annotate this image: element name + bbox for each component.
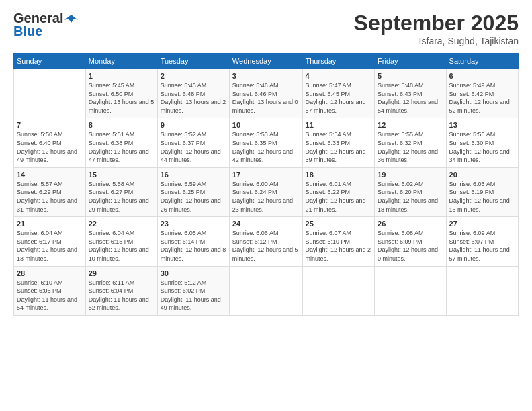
day-info: Sunrise: 6:05 AMSunset: 6:14 PMDaylight:…: [161, 229, 226, 263]
calendar-cell: [229, 266, 302, 315]
calendar-cell: 22Sunrise: 6:04 AMSunset: 6:15 PMDayligh…: [85, 217, 157, 266]
day-number: 3: [232, 72, 300, 80]
day-info: Sunrise: 6:02 AMSunset: 6:20 PMDaylight:…: [378, 180, 443, 214]
day-info: Sunrise: 6:04 AMSunset: 6:17 PMDaylight:…: [17, 229, 83, 263]
calendar-cell: 28Sunrise: 6:10 AMSunset: 6:05 PMDayligh…: [14, 266, 86, 315]
calendar-cell: 8Sunrise: 5:51 AMSunset: 6:38 PMDaylight…: [85, 118, 157, 167]
day-info: Sunrise: 5:54 AMSunset: 6:33 PMDaylight:…: [306, 130, 372, 164]
day-info: Sunrise: 5:51 AMSunset: 6:38 PMDaylight:…: [89, 130, 154, 164]
day-info: Sunrise: 5:56 AMSunset: 6:30 PMDaylight:…: [449, 130, 515, 164]
calendar-cell: 2Sunrise: 5:45 AMSunset: 6:48 PMDaylight…: [157, 69, 229, 118]
calendar-cell: 25Sunrise: 6:07 AMSunset: 6:10 PMDayligh…: [302, 217, 375, 266]
day-info: Sunrise: 5:45 AMSunset: 6:50 PMDaylight:…: [89, 81, 154, 115]
day-number: 30: [161, 269, 226, 277]
day-info: Sunrise: 5:50 AMSunset: 6:40 PMDaylight:…: [17, 130, 83, 164]
day-number: 11: [306, 121, 372, 129]
day-info: Sunrise: 6:01 AMSunset: 6:22 PMDaylight:…: [306, 180, 372, 214]
day-number: 16: [161, 171, 226, 179]
calendar-cell: [446, 266, 518, 315]
calendar-cell: 12Sunrise: 5:55 AMSunset: 6:32 PMDayligh…: [375, 118, 447, 167]
header: General Blue September 2025 Isfara, Sugh…: [13, 11, 519, 46]
day-info: Sunrise: 6:10 AMSunset: 6:05 PMDaylight:…: [17, 279, 83, 312]
day-info: Sunrise: 5:53 AMSunset: 6:35 PMDaylight:…: [232, 130, 300, 164]
day-info: Sunrise: 6:07 AMSunset: 6:10 PMDaylight:…: [306, 229, 372, 263]
weekday-header-wednesday: Wednesday: [229, 54, 302, 69]
day-number: 18: [306, 171, 372, 179]
day-info: Sunrise: 6:03 AMSunset: 6:19 PMDaylight:…: [449, 180, 515, 214]
calendar-cell: 21Sunrise: 6:04 AMSunset: 6:17 PMDayligh…: [14, 217, 86, 266]
calendar-cell: 1Sunrise: 5:45 AMSunset: 6:50 PMDaylight…: [85, 69, 157, 118]
day-info: Sunrise: 5:58 AMSunset: 6:27 PMDaylight:…: [89, 180, 154, 214]
day-info: Sunrise: 6:06 AMSunset: 6:12 PMDaylight:…: [232, 229, 300, 263]
calendar-cell: [302, 266, 375, 315]
week-row-4: 28Sunrise: 6:10 AMSunset: 6:05 PMDayligh…: [14, 266, 519, 315]
day-number: 21: [17, 220, 83, 228]
month-title: September 2025: [354, 11, 519, 36]
location-subtitle: Isfara, Sughd, Tajikistan: [354, 36, 519, 46]
day-number: 29: [89, 269, 154, 277]
day-number: 4: [306, 72, 372, 80]
day-number: 20: [449, 171, 515, 179]
calendar-cell: 4Sunrise: 5:47 AMSunset: 6:45 PMDaylight…: [302, 69, 375, 118]
calendar-cell: 23Sunrise: 6:05 AMSunset: 6:14 PMDayligh…: [157, 217, 229, 266]
weekday-header-friday: Friday: [375, 54, 447, 69]
calendar-cell: 9Sunrise: 5:52 AMSunset: 6:37 PMDaylight…: [157, 118, 229, 167]
day-number: 17: [232, 171, 300, 179]
day-info: Sunrise: 5:46 AMSunset: 6:46 PMDaylight:…: [232, 81, 300, 115]
calendar-cell: 17Sunrise: 6:00 AMSunset: 6:24 PMDayligh…: [229, 167, 302, 216]
day-number: 14: [17, 171, 83, 179]
calendar-cell: 24Sunrise: 6:06 AMSunset: 6:12 PMDayligh…: [229, 217, 302, 266]
logo: General Blue: [13, 11, 78, 39]
day-number: 26: [378, 220, 443, 228]
calendar-cell: 30Sunrise: 6:12 AMSunset: 6:02 PMDayligh…: [157, 266, 229, 315]
calendar-cell: 13Sunrise: 5:56 AMSunset: 6:30 PMDayligh…: [446, 118, 518, 167]
calendar-cell: 3Sunrise: 5:46 AMSunset: 6:46 PMDaylight…: [229, 69, 302, 118]
day-info: Sunrise: 5:59 AMSunset: 6:25 PMDaylight:…: [161, 180, 226, 214]
calendar-cell: [375, 266, 447, 315]
calendar-cell: 27Sunrise: 6:09 AMSunset: 6:07 PMDayligh…: [446, 217, 518, 266]
day-info: Sunrise: 6:04 AMSunset: 6:15 PMDaylight:…: [89, 229, 154, 263]
day-info: Sunrise: 5:45 AMSunset: 6:48 PMDaylight:…: [161, 81, 226, 115]
weekday-header-tuesday: Tuesday: [157, 54, 229, 69]
day-info: Sunrise: 5:52 AMSunset: 6:37 PMDaylight:…: [161, 130, 226, 164]
day-number: 24: [232, 220, 300, 228]
day-info: Sunrise: 6:12 AMSunset: 6:02 PMDaylight:…: [161, 279, 226, 312]
calendar-cell: 5Sunrise: 5:48 AMSunset: 6:43 PMDaylight…: [375, 69, 447, 118]
day-number: 7: [17, 121, 83, 129]
calendar-cell: 7Sunrise: 5:50 AMSunset: 6:40 PMDaylight…: [14, 118, 86, 167]
day-number: 2: [161, 72, 226, 80]
calendar-cell: 16Sunrise: 5:59 AMSunset: 6:25 PMDayligh…: [157, 167, 229, 216]
weekday-header-row: SundayMondayTuesdayWednesdayThursdayFrid…: [14, 54, 519, 69]
week-row-0: 1Sunrise: 5:45 AMSunset: 6:50 PMDaylight…: [14, 69, 519, 118]
page: General Blue September 2025 Isfara, Sugh…: [0, 0, 532, 411]
day-info: Sunrise: 6:08 AMSunset: 6:09 PMDaylight:…: [378, 229, 443, 263]
day-info: Sunrise: 6:09 AMSunset: 6:07 PMDaylight:…: [449, 229, 515, 263]
svg-marker-0: [64, 15, 78, 23]
calendar-table: SundayMondayTuesdayWednesdayThursdayFrid…: [13, 53, 519, 316]
day-number: 13: [449, 121, 515, 129]
calendar-cell: 6Sunrise: 5:49 AMSunset: 6:42 PMDaylight…: [446, 69, 518, 118]
day-number: 1: [89, 72, 154, 80]
day-number: 27: [449, 220, 515, 228]
day-info: Sunrise: 5:57 AMSunset: 6:29 PMDaylight:…: [17, 180, 83, 214]
week-row-3: 21Sunrise: 6:04 AMSunset: 6:17 PMDayligh…: [14, 217, 519, 266]
day-info: Sunrise: 6:00 AMSunset: 6:24 PMDaylight:…: [232, 180, 300, 214]
week-row-1: 7Sunrise: 5:50 AMSunset: 6:40 PMDaylight…: [14, 118, 519, 167]
day-info: Sunrise: 5:48 AMSunset: 6:43 PMDaylight:…: [378, 81, 443, 115]
title-block: September 2025 Isfara, Sughd, Tajikistan: [354, 11, 519, 46]
day-number: 22: [89, 220, 154, 228]
calendar-cell: 10Sunrise: 5:53 AMSunset: 6:35 PMDayligh…: [229, 118, 302, 167]
calendar-cell: 14Sunrise: 5:57 AMSunset: 6:29 PMDayligh…: [14, 167, 86, 216]
day-number: 10: [232, 121, 300, 129]
day-number: 9: [161, 121, 226, 129]
week-row-2: 14Sunrise: 5:57 AMSunset: 6:29 PMDayligh…: [14, 167, 519, 216]
calendar-cell: 20Sunrise: 6:03 AMSunset: 6:19 PMDayligh…: [446, 167, 518, 216]
day-number: 23: [161, 220, 226, 228]
day-number: 28: [17, 269, 83, 277]
day-number: 5: [378, 72, 443, 80]
calendar-cell: 11Sunrise: 5:54 AMSunset: 6:33 PMDayligh…: [302, 118, 375, 167]
calendar-cell: 26Sunrise: 6:08 AMSunset: 6:09 PMDayligh…: [375, 217, 447, 266]
weekday-header-saturday: Saturday: [446, 54, 518, 69]
day-number: 25: [306, 220, 372, 228]
calendar-cell: [14, 69, 86, 118]
